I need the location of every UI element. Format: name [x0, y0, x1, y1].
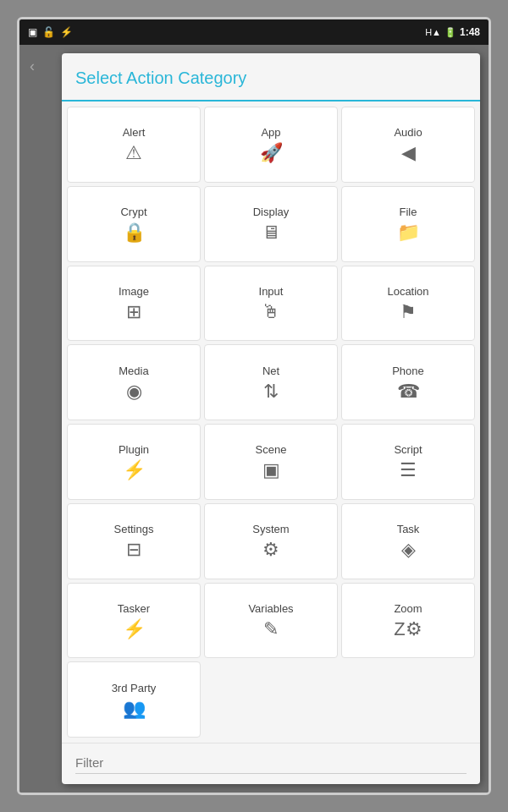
- back-button[interactable]: ‹: [30, 58, 35, 75]
- category-cell-variables[interactable]: Variables✎: [204, 583, 338, 659]
- category-cell-crypt[interactable]: Crypt🔒: [67, 186, 201, 262]
- net-icon: ⇅: [263, 382, 279, 401]
- category-cell-task[interactable]: Task◈: [341, 503, 475, 579]
- lightning-icon: ⚡: [60, 26, 73, 38]
- category-label: Phone: [392, 365, 424, 377]
- 3rd party-icon: 👥: [123, 700, 146, 718]
- category-label: System: [252, 523, 289, 535]
- phone-frame: ▣ 🔓 ⚡ H▲ 🔋 1:48 ‹ Select Action Category…: [17, 17, 491, 795]
- image-icon: ▣: [28, 26, 37, 38]
- category-cell-display[interactable]: Display🖥: [204, 186, 338, 262]
- category-label: App: [261, 126, 280, 139]
- category-label: Display: [253, 206, 290, 218]
- audio-icon: ◀: [401, 144, 416, 162]
- clock: 1:48: [460, 26, 480, 38]
- category-cell-phone[interactable]: Phone☎: [341, 344, 475, 420]
- category-cell-media[interactable]: Media◉: [67, 344, 201, 420]
- category-label: Plugin: [119, 443, 149, 456]
- category-label: Variables: [248, 602, 293, 615]
- category-label: 3rd Party: [112, 682, 157, 694]
- phone-icon: ☎: [397, 382, 420, 401]
- alert-icon: ⚠: [125, 144, 142, 162]
- category-label: File: [400, 206, 417, 218]
- category-label: Location: [387, 285, 428, 298]
- category-grid: Alert⚠App🚀Audio◀Crypt🔒Display🖥File📁Image…: [62, 102, 480, 743]
- task-icon: ◈: [401, 540, 416, 559]
- status-left-icons: ▣ 🔓 ⚡: [28, 26, 73, 38]
- category-label: Settings: [114, 523, 154, 535]
- select-action-dialog: Select Action Category Alert⚠App🚀Audio◀C…: [62, 53, 480, 784]
- category-cell-location[interactable]: Location⚑: [341, 266, 475, 342]
- category-label: Alert: [123, 126, 146, 139]
- category-label: Script: [394, 443, 422, 456]
- category-cell-3rd-party[interactable]: 3rd Party👥: [67, 661, 201, 738]
- crypt-icon: 🔒: [123, 223, 146, 242]
- category-cell-zoom[interactable]: ZoomZ⚙: [341, 583, 475, 659]
- category-cell-plugin[interactable]: Plugin⚡: [67, 424, 201, 500]
- image-icon: ⊞: [126, 303, 141, 321]
- unlock-icon: 🔓: [42, 26, 55, 38]
- category-cell-settings[interactable]: Settings⊟: [67, 503, 201, 579]
- category-label: Zoom: [394, 602, 422, 615]
- system-icon: ⚙: [262, 540, 279, 559]
- zoom-icon: Z⚙: [394, 620, 422, 639]
- scene-icon: ▣: [262, 461, 280, 480]
- category-label: Net: [262, 365, 279, 377]
- file-icon: 📁: [397, 223, 420, 242]
- location-icon: ⚑: [400, 303, 417, 321]
- plugin-icon: ⚡: [123, 461, 146, 480]
- category-cell-scene[interactable]: Scene▣: [204, 424, 338, 500]
- category-cell-audio[interactable]: Audio◀: [341, 107, 475, 183]
- display-icon: 🖥: [262, 223, 280, 242]
- category-cell-file[interactable]: File📁: [341, 186, 475, 262]
- category-cell-script[interactable]: Script☰: [341, 424, 475, 500]
- input-icon: 🖱: [262, 303, 280, 321]
- script-icon: ☰: [400, 461, 417, 480]
- category-cell-tasker[interactable]: Tasker⚡: [67, 583, 201, 659]
- category-label: Crypt: [120, 206, 146, 218]
- status-bar: ▣ 🔓 ⚡ H▲ 🔋 1:48: [19, 19, 489, 45]
- category-label: Media: [119, 365, 148, 377]
- settings-icon: ⊟: [126, 540, 141, 559]
- category-label: Input: [259, 285, 284, 298]
- filter-bar: [62, 743, 480, 784]
- variables-icon: ✎: [263, 620, 279, 639]
- status-right-icons: H▲ 🔋 1:48: [425, 26, 480, 38]
- filter-input[interactable]: [75, 752, 467, 774]
- phone-content: ‹ Select Action Category Alert⚠App🚀Audio…: [19, 45, 489, 793]
- dialog-title: Select Action Category: [62, 53, 480, 102]
- signal-icon: H▲: [425, 27, 441, 37]
- category-cell-app[interactable]: App🚀: [204, 107, 338, 183]
- category-cell-system[interactable]: System⚙: [204, 503, 338, 579]
- battery-icon: 🔋: [444, 27, 456, 38]
- category-cell-input[interactable]: Input🖱: [204, 266, 338, 342]
- category-label: Audio: [394, 126, 422, 139]
- category-cell-image[interactable]: Image⊞: [67, 266, 201, 342]
- category-cell-net[interactable]: Net⇅: [204, 344, 338, 420]
- tasker-icon: ⚡: [123, 620, 146, 639]
- category-cell-alert[interactable]: Alert⚠: [67, 107, 201, 183]
- category-label: Image: [119, 285, 149, 298]
- category-label: Tasker: [118, 602, 150, 615]
- app-icon: 🚀: [260, 144, 283, 162]
- category-label: Task: [397, 523, 420, 535]
- category-label: Scene: [256, 443, 287, 456]
- media-icon: ◉: [126, 382, 142, 401]
